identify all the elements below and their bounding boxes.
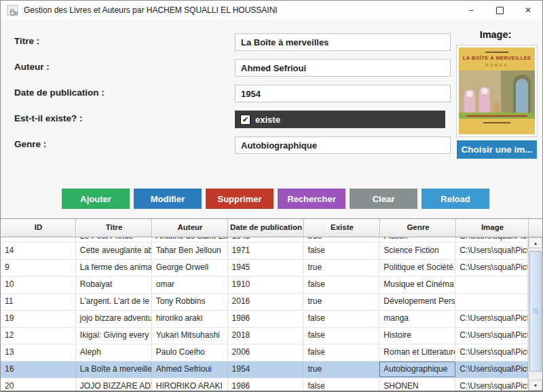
cell-id[interactable]: 11 — [1, 294, 76, 309]
cell-date[interactable]: 2016 — [228, 294, 304, 309]
cell-genre[interactable]: manga — [379, 311, 455, 326]
cell-id[interactable]: 20 — [1, 378, 76, 391]
cell-existe[interactable]: false — [303, 311, 379, 326]
cell-existe[interactable]: true — [303, 361, 379, 377]
cell-existe[interactable]: true — [303, 294, 379, 309]
cell-id[interactable]: 10 — [1, 277, 76, 292]
table-row[interactable]: 9La ferme des animauxGeorge Orwell1945tr… — [1, 260, 528, 277]
reload-button[interactable]: Reload — [422, 189, 489, 209]
minimize-button-icon[interactable]: – — [457, 1, 485, 20]
cell-titre[interactable]: Ikigai: Giving every day .. — [76, 328, 152, 343]
date-input[interactable]: 1954 — [235, 85, 451, 102]
column-header-genre[interactable]: Genre — [380, 219, 456, 237]
cell-titre[interactable]: La ferme des animaux — [76, 260, 152, 275]
cell-id[interactable]: 13 — [1, 345, 76, 360]
cell-titre[interactable]: Le Petit Prince — [76, 237, 152, 243]
cell-existe[interactable]: false — [303, 277, 379, 292]
column-header-image[interactable]: Image — [456, 219, 529, 237]
cell-genre[interactable]: SHONEN — [379, 378, 455, 391]
cell-titre[interactable]: jojo bizzare adventure — [76, 311, 152, 326]
cell-image[interactable]: C:\Users\squal\Picture... — [455, 378, 528, 391]
titre-input[interactable]: La Boîte à merveilles — [235, 33, 451, 51]
cell-existe[interactable]: true — [303, 260, 379, 275]
cell-id[interactable]: 14 — [1, 243, 76, 258]
cell-date[interactable]: 1945 — [228, 260, 304, 275]
existe-checkbox-bar[interactable]: ✔ existe — [235, 111, 445, 128]
cell-existe[interactable]: false — [303, 378, 379, 391]
cell-existe[interactable]: false — [303, 345, 379, 360]
clear-button[interactable]: Clear — [350, 189, 417, 209]
table-row-clipped[interactable]: Le Petit PrinceAntoine de Saint-Exupé...… — [1, 237, 528, 243]
rechercher-button[interactable]: Rechercher — [278, 189, 345, 209]
cell-auteur[interactable]: George Orwell — [152, 260, 228, 275]
cell-auteur[interactable]: Tony Robbins — [152, 294, 228, 309]
cell-id[interactable]: 12 — [1, 328, 76, 343]
cell-date[interactable]: 2018 — [228, 328, 304, 343]
cell-image[interactable]: C:\Users\squal\Picture... — [455, 237, 528, 243]
cell-genre[interactable]: Dévelopement Personel — [379, 294, 455, 309]
table-row[interactable]: 10Robaiyatomar1910falseMusique et Cinéma — [1, 277, 528, 294]
supprimer-button[interactable]: Supprimer — [206, 189, 274, 209]
cell-titre[interactable]: La Boîte à merveilles — [76, 361, 152, 377]
cell-titre[interactable]: Aleph — [76, 345, 152, 360]
cell-date[interactable]: 1986 — [228, 311, 304, 326]
cell-auteur[interactable]: hiroriko araki — [152, 311, 228, 326]
vertical-scrollbar[interactable]: ▲ ▼ — [528, 237, 542, 391]
cell-image[interactable]: C:\Users\squal\Picture... — [455, 260, 528, 275]
cell-genre[interactable]: Musique et Cinéma — [379, 277, 455, 292]
maximize-button-icon[interactable] — [485, 1, 514, 20]
cell-genre[interactable]: Autobiographique — [379, 361, 455, 377]
ajouter-button[interactable]: Ajouter — [62, 189, 130, 209]
column-header-auteur[interactable]: Auteur — [152, 219, 228, 237]
scroll-up-icon[interactable]: ▲ — [529, 237, 542, 248]
column-header-existe[interactable]: Existe — [304, 219, 380, 237]
cell-date[interactable]: 1910 — [228, 277, 304, 292]
cell-auteur[interactable]: HIRORIKO ARAKI — [152, 378, 228, 391]
cell-date[interactable]: 2006 — [228, 345, 304, 360]
cell-id[interactable]: 9 — [1, 260, 76, 275]
modifier-button[interactable]: Modifier — [134, 189, 202, 209]
cell-titre[interactable]: Cette aveuglante absen... — [76, 243, 152, 258]
cell-auteur[interactable]: Ahmed Sefrioui — [152, 361, 228, 377]
choose-image-button[interactable]: Choisir une im... — [457, 140, 537, 159]
cell-genre[interactable]: Politique et Société — [379, 260, 455, 275]
cell-image[interactable]: C:\Users\squal\Picture... — [455, 361, 528, 377]
cell-auteur[interactable]: Paulo Coelho — [152, 345, 228, 360]
cell-titre[interactable]: JOJO BIZZARE ADVEN... — [76, 378, 152, 391]
cell-genre[interactable]: Science Fiction — [379, 243, 455, 258]
table-row[interactable]: 16La Boîte à merveillesAhmed Sefrioui195… — [1, 361, 528, 378]
cell-existe[interactable]: true — [303, 237, 379, 243]
cell-id[interactable]: 19 — [1, 311, 76, 326]
cell-genre[interactable]: Fiction — [379, 237, 455, 243]
auteur-input[interactable]: Ahmed Sefrioui — [235, 59, 451, 77]
cell-image[interactable]: C:\Users\squal\Picture... — [455, 311, 528, 326]
table-row[interactable]: 12Ikigai: Giving every day ..Yukari Mits… — [1, 328, 528, 345]
cell-auteur[interactable]: Antoine de Saint-Exupé... — [152, 237, 228, 243]
column-header-titre[interactable]: Titre — [76, 219, 152, 237]
cell-auteur[interactable]: omar — [152, 277, 228, 292]
cell-date[interactable]: 1986 — [228, 378, 304, 391]
cell-auteur[interactable]: Tahar Ben Jelloun — [152, 243, 228, 258]
cell-existe[interactable]: false — [303, 328, 379, 343]
close-button-icon[interactable]: ✕ — [514, 1, 542, 20]
cell-genre[interactable]: Histoire — [379, 328, 455, 343]
table-row[interactable]: 19jojo bizzare adventurehiroriko araki19… — [1, 311, 528, 328]
cell-image[interactable]: C:\Users\squal\Picture... — [455, 345, 528, 360]
column-header-date-de-publication[interactable]: Date de publication — [228, 219, 304, 237]
cell-auteur[interactable]: Yukari Mitsuhashi — [152, 328, 228, 343]
scrollbar-track[interactable] — [529, 248, 542, 380]
cell-image[interactable] — [455, 277, 528, 292]
genre-input[interactable]: Autobiographique — [235, 136, 451, 154]
column-header-id[interactable]: ID — [1, 219, 76, 237]
cell-genre[interactable]: Roman et Litterature — [379, 345, 455, 360]
table-row[interactable]: 11L'argent. L'art de le maît.Tony Robbin… — [1, 294, 528, 311]
cell-titre[interactable]: Robaiyat — [76, 277, 152, 292]
table-row[interactable]: 14Cette aveuglante absen...Tahar Ben Jel… — [1, 243, 528, 260]
table-row[interactable]: 13AlephPaulo Coelho2006falseRoman et Lit… — [1, 345, 528, 361]
scroll-down-icon[interactable]: ▼ — [529, 380, 542, 391]
cell-image[interactable] — [455, 294, 528, 309]
cell-titre[interactable]: L'argent. L'art de le maît. — [76, 294, 152, 309]
cell-image[interactable]: C:\Users\squal\Picture... — [455, 328, 528, 343]
scrollbar-thumb[interactable] — [529, 251, 542, 372]
cell-date[interactable]: 1954 — [228, 361, 304, 377]
